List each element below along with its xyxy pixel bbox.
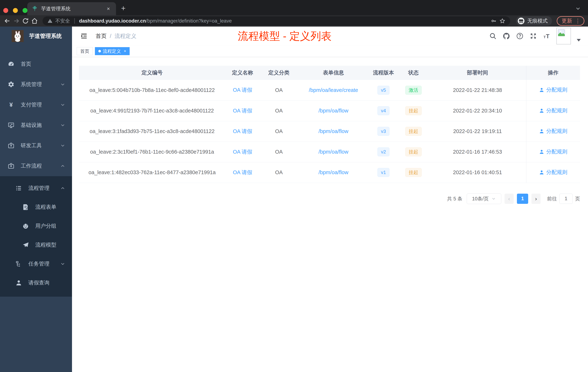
column-header-操作: 操作	[526, 66, 580, 80]
definition-name-link[interactable]: OA 请假	[233, 149, 252, 155]
address-bar[interactable]: 不安全 dashboard.yudao.iocoder.cn/bpm/manag…	[42, 16, 510, 25]
cell-definition-name[interactable]: OA 请假	[225, 162, 260, 183]
prev-page-button[interactable]: ‹	[504, 194, 514, 204]
forward-icon[interactable]	[13, 17, 20, 25]
assign-rule-link[interactable]: 分配规则	[539, 107, 567, 114]
form-info-link[interactable]: /bpm/oa/leave/create	[309, 87, 358, 93]
github-icon[interactable]	[503, 32, 510, 40]
page-1-button[interactable]: 1	[517, 194, 528, 204]
assign-rule-link[interactable]: 分配规则	[539, 169, 567, 176]
definition-name-link[interactable]: OA 请假	[233, 128, 252, 134]
assign-rule-link[interactable]: 分配规则	[539, 86, 567, 94]
assign-rule-link[interactable]: 分配规则	[539, 128, 567, 135]
reload-icon[interactable]	[22, 17, 29, 25]
assign-rule-link[interactable]: 分配规则	[539, 148, 567, 155]
cell-definition-name[interactable]: OA 请假	[225, 121, 260, 142]
status-badge: 挂起	[405, 168, 422, 177]
sidebar-item-流程模型[interactable]: 流程模型	[0, 236, 72, 254]
goto-page-input[interactable]	[559, 194, 573, 204]
cell-form-info[interactable]: /bpm/oa/leave/create	[298, 80, 369, 100]
form-info-link[interactable]: /bpm/oa/flow	[319, 128, 348, 134]
fullscreen-icon[interactable]	[529, 32, 537, 40]
definition-name-link[interactable]: OA 请假	[233, 87, 252, 93]
minimize-window-button[interactable]	[13, 8, 18, 13]
browser-tab[interactable]: 芋道管理系统 ×	[27, 2, 116, 15]
page-size-select[interactable]: 10条/页	[467, 194, 501, 204]
status-badge: 挂起	[405, 106, 422, 115]
avatar-caret-icon[interactable]	[577, 39, 581, 42]
sidebar-logo-row[interactable]: 芋道管理系统	[0, 27, 72, 45]
bookmark-star-icon[interactable]	[499, 18, 505, 24]
maximize-window-button[interactable]	[22, 8, 27, 13]
tab-close-icon[interactable]: ×	[105, 6, 112, 12]
sidebar-item-系统管理[interactable]: 系统管理	[0, 74, 72, 95]
goto-page-suffix: 页	[575, 196, 580, 202]
cell-actions[interactable]: 分配规则	[526, 162, 580, 183]
tag-label: 流程定义	[103, 48, 121, 54]
table-header-row: 定义编号定义名称定义分类表单信息流程版本状态部署时间操作	[79, 66, 580, 80]
cell-version: v3	[369, 121, 398, 142]
column-header-部署时间: 部署时间	[429, 66, 526, 80]
url-text[interactable]: dashboard.yudao.iocoder.cn/bpm/manager/d…	[79, 18, 488, 24]
font-size-icon[interactable]: TT	[543, 32, 551, 40]
sidebar-fold-icon[interactable]	[80, 33, 88, 40]
page-header: 首页 / 流程定义 流程模型 - 定义列表 TT	[72, 27, 588, 45]
next-page-button[interactable]: ›	[531, 194, 541, 204]
avatar[interactable]	[556, 28, 571, 44]
back-icon[interactable]	[4, 17, 11, 25]
help-icon[interactable]	[516, 32, 524, 40]
status-badge: 激活	[405, 86, 422, 95]
definition-name-link[interactable]: OA 请假	[233, 108, 252, 114]
tag-首页[interactable]: 首页	[77, 47, 93, 55]
cell-actions[interactable]: 分配规则	[526, 80, 580, 100]
tag-流程定义[interactable]: 流程定义×	[95, 47, 130, 55]
tag-close-icon[interactable]: ×	[124, 49, 126, 54]
form-info-link[interactable]: /bpm/oa/flow	[319, 149, 348, 155]
tab-search-chevron-icon[interactable]	[575, 5, 581, 12]
sidebar-item-流程管理[interactable]: 流程管理	[0, 179, 72, 198]
cell-form-info[interactable]: /bpm/oa/flow	[298, 121, 369, 142]
version-badge: v5	[378, 86, 389, 95]
cell-form-info[interactable]: /bpm/oa/flow	[298, 162, 369, 183]
home-icon[interactable]	[31, 17, 38, 25]
table-row: oa_leave:5:004b710b-7b8a-11ec-8ef0-acde4…	[79, 80, 580, 100]
cell-actions[interactable]: 分配规则	[526, 121, 580, 142]
cell-definition-name[interactable]: OA 请假	[225, 100, 260, 121]
breadcrumb: 首页 / 流程定义	[96, 33, 136, 40]
version-badge: v2	[378, 147, 389, 156]
form-info-link[interactable]: /bpm/oa/flow	[319, 169, 348, 175]
breadcrumb-home[interactable]: 首页	[96, 33, 106, 40]
sidebar-item-用户分组[interactable]: 用户分组	[0, 217, 72, 236]
select-chevron-icon	[491, 196, 496, 201]
sidebar-item-流程表单[interactable]: 流程表单	[0, 198, 72, 217]
cell-form-info[interactable]: /bpm/oa/flow	[298, 100, 369, 121]
sidebar-item-研发工具[interactable]: 研发工具	[0, 135, 72, 156]
sidebar-item-首页[interactable]: 首页	[0, 54, 72, 74]
cell-definition-name[interactable]: OA 请假	[225, 142, 260, 162]
password-key-icon[interactable]	[491, 18, 497, 24]
update-label: 更新	[562, 17, 572, 25]
search-icon[interactable]	[489, 32, 497, 40]
definition-name-link[interactable]: OA 请假	[233, 169, 252, 175]
cell-actions[interactable]: 分配规则	[526, 142, 580, 162]
form-info-link[interactable]: /bpm/oa/flow	[319, 108, 348, 114]
not-secure-warning-icon[interactable]	[47, 18, 53, 24]
gear-icon	[8, 81, 15, 88]
close-window-button[interactable]	[3, 8, 8, 13]
menu-dots-icon[interactable]: ⋮	[575, 20, 580, 22]
sidebar-item-请假查询[interactable]: 请假查询	[0, 273, 72, 292]
sidebar-item-支付管理[interactable]: ¥支付管理	[0, 95, 72, 115]
cell-category: OA	[260, 100, 298, 121]
chrome-update-button[interactable]: 更新 ⋮	[557, 16, 584, 26]
cell-form-info[interactable]: /bpm/oa/flow	[298, 142, 369, 162]
new-tab-button[interactable]: +	[121, 4, 126, 13]
sidebar-item-label: 请假查询	[28, 279, 50, 286]
table-row: oa_leave:2:3c1f0ef1-76b1-11ec-9c66-a2380…	[79, 142, 580, 162]
sidebar-item-任务管理[interactable]: 任务管理	[0, 254, 72, 273]
sidebar-item-工作流程[interactable]: 工作流程	[0, 156, 72, 176]
traffic-lights[interactable]	[3, 8, 27, 13]
goto-page: 前往 页	[547, 194, 580, 204]
cell-definition-name[interactable]: OA 请假	[225, 80, 260, 100]
sidebar-item-基础设施[interactable]: 基础设施	[0, 115, 72, 135]
cell-actions[interactable]: 分配规则	[526, 100, 580, 121]
